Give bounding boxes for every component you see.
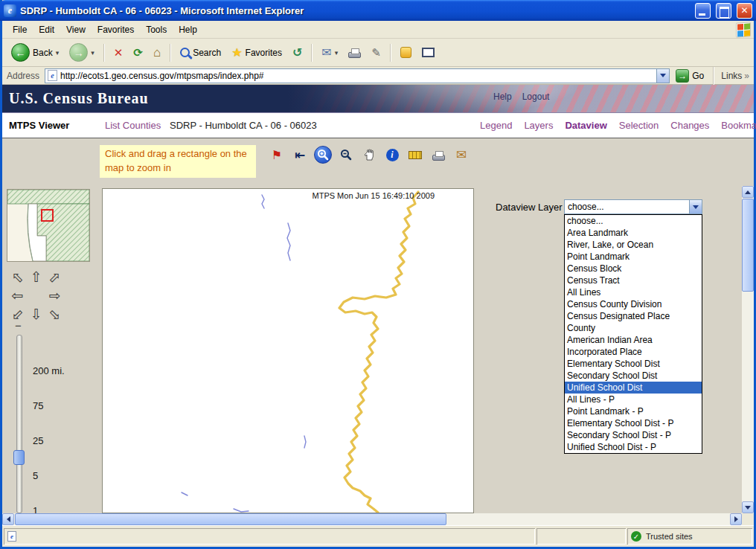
dataview-layer-select[interactable]: choose... (564, 199, 702, 214)
pan-right-button[interactable]: ⇨ (45, 286, 64, 305)
zoom-in-button[interactable] (314, 146, 332, 164)
vertical-scrollbar[interactable] (742, 186, 754, 513)
browser-toolbar: ← Back ▾ → ▾ ✕ ⟳ ⌂ Search ★ Favorites ↺ … (2, 39, 754, 67)
logout-link[interactable]: Logout (522, 92, 550, 102)
dropdown-option[interactable]: Secondary School Dist (565, 370, 702, 382)
map-canvas[interactable]: MTPS Mon Jun 15 16:49:10 2009 (102, 188, 474, 513)
dropdown-option[interactable]: Area Landmark (565, 227, 702, 239)
messenger-button[interactable] (396, 45, 416, 60)
appnav-link[interactable]: Layers (524, 120, 553, 131)
zoom-out-button[interactable] (337, 146, 355, 164)
export-map-button[interactable]: ✉ (452, 146, 470, 164)
forward-menu-chevron-icon[interactable]: ▾ (91, 49, 94, 57)
dropdown-option[interactable]: Elementary School Dist (565, 358, 702, 370)
dropdown-option[interactable]: Elementary School Dist - P (565, 417, 702, 429)
previous-extent-button[interactable]: ⇤ (291, 146, 309, 164)
horizontal-scroll-thumb[interactable] (15, 513, 446, 525)
discuss-button[interactable] (417, 45, 439, 60)
window-title: SDRP - Humboldt CA - 06 - 06023 - Micros… (20, 5, 690, 16)
maximize-button[interactable] (716, 3, 731, 19)
dropdown-option[interactable]: All Lines - P (565, 394, 702, 405)
dataview-select-button[interactable] (689, 200, 702, 214)
dropdown-option[interactable]: Census County Division (565, 298, 702, 310)
history-button[interactable]: ↺ (288, 45, 307, 61)
pan-down-right-button[interactable]: ⬂ (45, 305, 64, 324)
forward-button[interactable]: → ▾ (65, 41, 99, 64)
horizontal-scrollbar[interactable] (2, 513, 742, 525)
pan-up-button[interactable]: ⇧ (27, 268, 45, 286)
menu-item[interactable]: File (7, 22, 33, 37)
dropdown-option[interactable]: American Indian Area (565, 334, 702, 346)
map-drawing (103, 189, 473, 513)
menu-item[interactable]: Favorites (92, 22, 140, 37)
close-button[interactable]: ✕ (737, 3, 752, 19)
refresh-button[interactable]: ⟳ (129, 45, 147, 60)
dropdown-option[interactable]: Unified School Dist (565, 382, 702, 394)
scroll-left-button[interactable] (2, 513, 14, 525)
info-button[interactable]: i (383, 146, 401, 164)
dropdown-option[interactable]: County (565, 322, 702, 334)
dropdown-option[interactable]: Incorporated Place (565, 346, 702, 358)
census-banner: U.S. Census Bureau Help Logout (2, 85, 754, 113)
dropdown-option[interactable]: Census Designated Place (565, 310, 702, 322)
print-map-button[interactable] (429, 146, 447, 164)
initial-extent-button[interactable]: ⚑ (268, 146, 286, 164)
pan-left-button[interactable]: ⇦ (8, 286, 27, 305)
zoom-slider-track[interactable] (16, 335, 22, 513)
toolbar-separator (103, 44, 105, 62)
help-link[interactable]: Help (493, 92, 512, 102)
toolbar-separator (713, 67, 714, 85)
list-counties-link[interactable]: List Counties (105, 120, 161, 131)
dropdown-option[interactable]: River, Lake, or Ocean (565, 239, 702, 251)
scroll-down-button[interactable] (742, 501, 754, 513)
links-chevron-icon: » (744, 71, 749, 81)
appnav-link[interactable]: Bookmarks (721, 120, 756, 131)
dropdown-option[interactable]: Census Tract (565, 274, 702, 286)
appnav-link[interactable]: Changes (670, 120, 709, 131)
dropdown-option[interactable]: choose... (565, 215, 702, 227)
menu-item[interactable]: Help (173, 22, 203, 37)
address-url[interactable]: http://ecots1.geo.census.gov/mtpsmaps/in… (60, 71, 656, 81)
address-input[interactable]: e http://ecots1.geo.census.gov/mtpsmaps/… (45, 68, 670, 83)
appnav-link[interactable]: Legend (480, 120, 512, 131)
links-button[interactable]: Links » (721, 71, 751, 81)
menu-item[interactable]: View (60, 22, 92, 37)
dataview-selected-value: choose... (565, 202, 689, 212)
zoom-slider-thumb[interactable] (13, 450, 25, 465)
stop-button[interactable]: ✕ (109, 45, 128, 60)
appnav-link[interactable]: Selection (619, 120, 659, 131)
dropdown-option[interactable]: Point Landmark - P (565, 405, 702, 417)
pan-up-right-button[interactable]: ⬀ (45, 268, 64, 286)
home-button[interactable]: ⌂ (149, 44, 165, 61)
scroll-up-button[interactable] (742, 186, 754, 198)
menu-item[interactable]: Edit (33, 22, 60, 37)
mail-button[interactable]: ✉ ▾ (317, 45, 342, 61)
edit-button[interactable]: ✎ (367, 45, 385, 60)
appnav-link[interactable]: Dataview (565, 120, 606, 131)
dropdown-option[interactable]: Census Block (565, 263, 702, 274)
go-arrow-icon: → (676, 69, 689, 83)
back-button[interactable]: ← Back ▾ (7, 41, 63, 64)
toolbar-separator (311, 44, 313, 62)
overview-map[interactable] (7, 189, 90, 262)
search-button[interactable]: Search (176, 45, 225, 60)
back-menu-chevron-icon[interactable]: ▾ (56, 49, 60, 57)
messenger-icon (400, 47, 411, 58)
favorites-button[interactable]: ★ Favorites (227, 45, 286, 61)
scroll-right-button[interactable] (730, 513, 742, 525)
pan-button[interactable] (360, 146, 378, 164)
measure-button[interactable] (406, 146, 424, 164)
vertical-scroll-thumb[interactable] (742, 199, 754, 292)
dropdown-option[interactable]: All Lines (565, 286, 702, 298)
dropdown-option[interactable]: Secondary School Dist - P (565, 429, 702, 441)
print-button[interactable] (344, 45, 365, 60)
address-dropdown-button[interactable] (656, 69, 669, 83)
menu-item[interactable]: Tools (140, 22, 173, 37)
dropdown-option[interactable]: Point Landmark (565, 251, 702, 263)
dropdown-option[interactable]: Unified School Dist - P (565, 441, 702, 453)
pan-down-button[interactable]: ⇩ (27, 305, 45, 324)
mail-menu-chevron-icon[interactable]: ▾ (335, 49, 339, 57)
pan-up-left-button[interactable]: ⬁ (8, 268, 27, 286)
minimize-button[interactable] (695, 3, 711, 19)
go-button[interactable]: → Go (673, 68, 706, 83)
